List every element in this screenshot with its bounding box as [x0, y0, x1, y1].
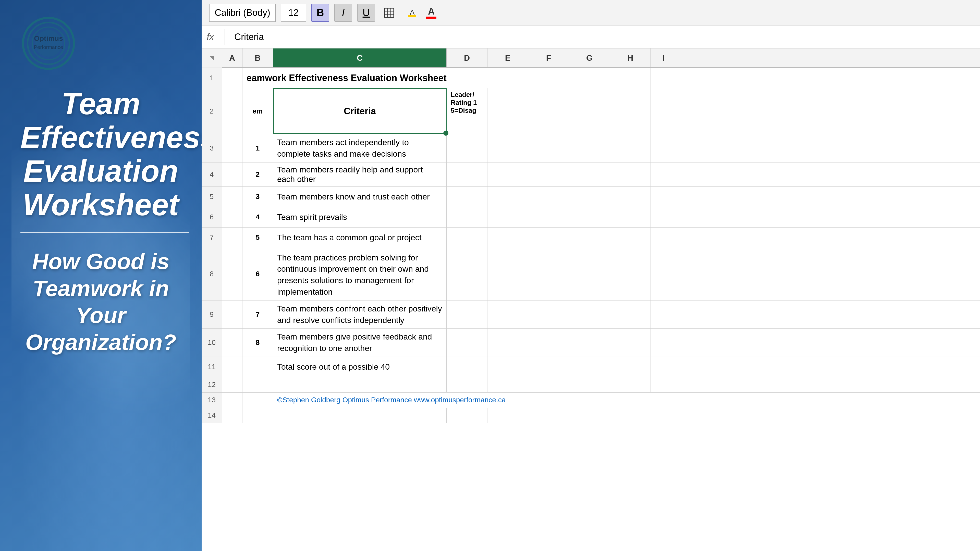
cell-6D[interactable] — [447, 207, 487, 227]
cell-7D[interactable] — [447, 227, 487, 248]
cell-5G[interactable] — [569, 187, 610, 207]
cell-3F[interactable] — [528, 134, 569, 162]
cell-7B-item[interactable]: 5 — [242, 227, 273, 248]
cell-2E[interactable] — [487, 88, 528, 134]
cell-10E[interactable] — [487, 329, 528, 357]
select-all-button[interactable] — [202, 48, 222, 68]
cell-11F[interactable] — [528, 357, 569, 377]
col-header-G[interactable]: G — [569, 48, 610, 67]
cell-8D[interactable] — [447, 248, 487, 300]
cell-6F[interactable] — [528, 207, 569, 227]
cell-4E[interactable] — [487, 162, 528, 186]
cell-2B-item[interactable]: em — [242, 88, 273, 134]
col-header-A[interactable]: A — [222, 48, 242, 67]
cell-11C-total[interactable]: Total score out of a possible 40 — [273, 357, 447, 377]
cell-3H[interactable] — [610, 134, 651, 162]
col-header-I[interactable]: I — [651, 48, 676, 67]
cell-4G[interactable] — [569, 162, 610, 186]
cell-2F[interactable] — [528, 88, 569, 134]
cell-9H[interactable] — [610, 300, 651, 329]
cell-10C-criteria[interactable]: Team members give positive feedback and … — [273, 329, 447, 357]
cell-7E[interactable] — [487, 227, 528, 248]
cell-4C-criteria[interactable]: Team members readily help and support ea… — [273, 162, 447, 186]
cell-12D[interactable] — [447, 377, 487, 392]
cell-8H[interactable] — [610, 248, 651, 300]
cell-9C-criteria[interactable]: Team members confront each other positiv… — [273, 300, 447, 329]
cell-2H[interactable] — [610, 88, 651, 134]
cell-12E[interactable] — [487, 377, 528, 392]
cell-14A[interactable] — [222, 408, 242, 423]
cell-2D[interactable]: Leader/Rating 15=Disag — [447, 88, 487, 134]
cell-12C[interactable] — [273, 377, 447, 392]
cell-3B-item[interactable]: 1 — [242, 134, 273, 162]
cell-10A[interactable] — [222, 329, 242, 357]
cell-7A[interactable] — [222, 227, 242, 248]
col-header-E[interactable]: E — [487, 48, 528, 67]
col-header-D[interactable]: D — [447, 48, 487, 67]
font-name-box[interactable]: Calibri (Body) — [209, 4, 275, 22]
cell-13A[interactable] — [222, 392, 242, 408]
cell-9E[interactable] — [487, 300, 528, 329]
cell-10F[interactable] — [528, 329, 569, 357]
cell-8E[interactable] — [487, 248, 528, 300]
cell-7G[interactable] — [569, 227, 610, 248]
cell-11D[interactable] — [447, 357, 487, 377]
cell-10B-item[interactable]: 8 — [242, 329, 273, 357]
borders-icon[interactable] — [380, 4, 398, 22]
cell-14D[interactable] — [447, 408, 487, 423]
col-header-C[interactable]: C — [273, 48, 447, 67]
cell-3A[interactable] — [222, 134, 242, 162]
cell-6A[interactable] — [222, 207, 242, 227]
cell-14C[interactable] — [273, 408, 447, 423]
cell-1B-title[interactable]: eamwork Effectiveness Evaluation Workshe… — [242, 68, 651, 88]
cell-7C-criteria[interactable]: The team has a common goal or project — [273, 227, 447, 248]
fill-color-icon[interactable]: A — [403, 4, 421, 22]
cell-13B[interactable] — [242, 392, 273, 408]
cell-8A[interactable] — [222, 248, 242, 300]
cell-13C-copyright[interactable]: ©Stephen Goldberg Optimus Performance ww… — [273, 392, 528, 408]
cell-3G[interactable] — [569, 134, 610, 162]
cell-5C-criteria[interactable]: Team members know and trust each other — [273, 187, 447, 207]
cell-9D[interactable] — [447, 300, 487, 329]
col-header-F[interactable]: F — [528, 48, 569, 67]
cell-9A[interactable] — [222, 300, 242, 329]
cell-11A[interactable] — [222, 357, 242, 377]
font-size-box[interactable]: 12 — [281, 4, 306, 22]
cell-12H[interactable] — [610, 377, 651, 392]
cell-9B-item[interactable]: 7 — [242, 300, 273, 329]
cell-9G[interactable] — [569, 300, 610, 329]
formula-input[interactable]: Criteria — [230, 30, 975, 44]
cell-2C-criteria[interactable]: Criteria — [273, 88, 447, 134]
cell-5B-item[interactable]: 3 — [242, 187, 273, 207]
cell-6E[interactable] — [487, 207, 528, 227]
cell-6H[interactable] — [610, 207, 651, 227]
cell-11E[interactable] — [487, 357, 528, 377]
cell-3E[interactable] — [487, 134, 528, 162]
italic-button[interactable]: I — [334, 4, 352, 22]
cell-12A[interactable] — [222, 377, 242, 392]
bold-button[interactable]: B — [311, 4, 329, 22]
cell-12F[interactable] — [528, 377, 569, 392]
cell-6G[interactable] — [569, 207, 610, 227]
cell-4A[interactable] — [222, 162, 242, 186]
cell-5F[interactable] — [528, 187, 569, 207]
cell-12G[interactable] — [569, 377, 610, 392]
cell-10H[interactable] — [610, 329, 651, 357]
cell-3D[interactable] — [447, 134, 487, 162]
cell-4F[interactable] — [528, 162, 569, 186]
cell-6C-criteria[interactable]: Team spirit prevails — [273, 207, 447, 227]
cell-11B[interactable] — [242, 357, 273, 377]
cell-5E[interactable] — [487, 187, 528, 207]
cell-4B-item[interactable]: 2 — [242, 162, 273, 186]
cell-8B-item[interactable]: 6 — [242, 248, 273, 300]
cell-11G[interactable] — [569, 357, 610, 377]
cell-1A[interactable] — [222, 68, 242, 88]
cell-4D[interactable] — [447, 162, 487, 186]
cell-2I[interactable] — [651, 88, 676, 134]
cell-10D[interactable] — [447, 329, 487, 357]
cell-8G[interactable] — [569, 248, 610, 300]
cell-5A[interactable] — [222, 187, 242, 207]
cell-5D[interactable] — [447, 187, 487, 207]
font-color-button[interactable]: A — [426, 7, 436, 19]
cell-8C-criteria[interactable]: The team practices problem solving for c… — [273, 248, 447, 300]
